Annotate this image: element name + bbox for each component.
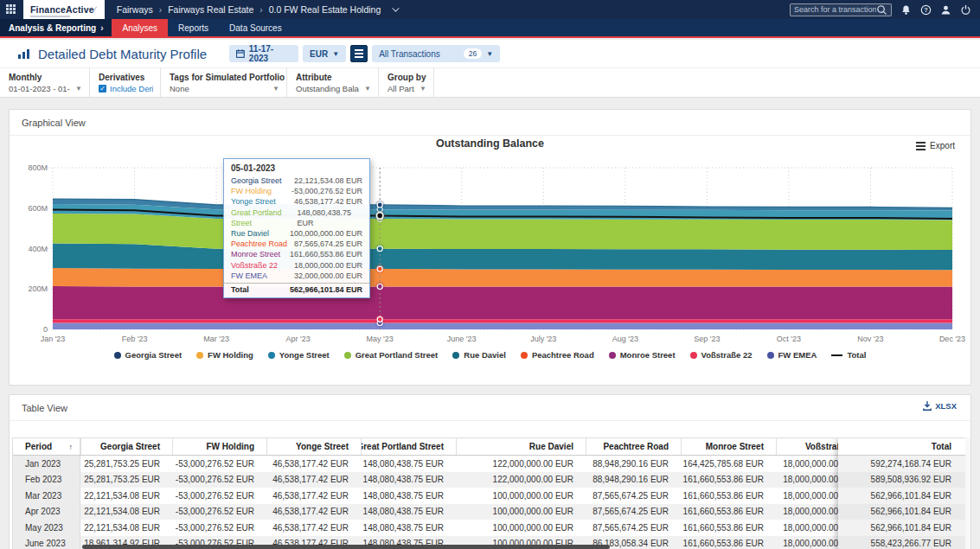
filter-label: Derivatives — [99, 73, 153, 82]
horizontal-scrollbar-thumb[interactable] — [82, 545, 610, 549]
tooltip-series-name: Great Portland Street — [231, 207, 297, 228]
stacked-area-chart: 0200M400M600M800MJan '23Feb '23Mar '23Ap… — [10, 132, 970, 350]
legend-item-voßstraße-22[interactable]: Voßstraße 22 — [690, 350, 753, 360]
nav-section-analysis-reporting[interactable]: Analysis & Reporting› — [0, 19, 112, 36]
date-picker-button[interactable]: 11-17-2023 — [229, 45, 298, 62]
column-header[interactable]: Monroe Street — [681, 438, 776, 455]
legend-item-fw-holding[interactable]: FW Holding — [196, 350, 253, 360]
tooltip-series-value: 32,000,000.00 EUR — [294, 271, 362, 281]
calendar-icon — [236, 49, 245, 58]
table-row[interactable]: Apr 202322,121,534.08 EUR-53,000,276.52 … — [13, 504, 965, 520]
nav-tab-analyses[interactable]: Analyses — [112, 19, 168, 36]
legend-item-great-portland-street[interactable]: Great Portland Street — [344, 350, 439, 360]
legend-item-rue-daviel[interactable]: Rue Daviel — [452, 350, 506, 360]
filter-value-row: All Parties▼ — [388, 84, 426, 93]
tooltip-row: Rue Daviel100,000,000.00 EUR — [224, 228, 369, 239]
tooltip-total-row: Total562,966,101.84 EUR — [224, 283, 369, 294]
legend-dot-icon — [344, 352, 351, 359]
value-cell: 87,565,674.25 EUR — [586, 523, 681, 533]
column-header[interactable]: Rue Daviel — [456, 438, 586, 455]
table-header-row: Period↑Georgia StreetFW HoldingYonge Str… — [13, 438, 965, 456]
tooltip-row: Peachtree Road87,565,674.25 EUR — [224, 239, 369, 249]
table-view-panel: Table View XLSX Period↑Georgia StreetFW … — [9, 394, 971, 549]
filter-label: Monthly — [9, 73, 82, 82]
tooltip-series-value: -53,000,276.52 EUR — [291, 186, 362, 196]
breadcrumb-item[interactable]: 0.0 FW Real Estate Holding — [269, 4, 381, 15]
data-table: Period↑Georgia StreetFW HoldingYonge Str… — [12, 437, 966, 549]
table-row[interactable]: Jan 202325,281,753.25 EUR-53,000,276.52 … — [13, 456, 965, 472]
logout-power-icon[interactable] — [960, 4, 971, 16]
vertical-scrollbar-gutter[interactable] — [964, 437, 970, 549]
filter-attribute[interactable]: AttributeOutstanding Balance▼ — [287, 68, 379, 97]
filter-tags-for-simulated-portfolio[interactable]: Tags for Simulated PortfolioNone▼ — [161, 68, 287, 97]
legend-item-georgia-street[interactable]: Georgia Street — [114, 350, 182, 360]
table-row[interactable]: Feb 202325,281,753.25 EUR-53,000,276.52 … — [13, 472, 965, 488]
column-header-label: Period — [25, 442, 52, 451]
apps-grid-icon[interactable] — [6, 4, 16, 15]
column-header-total[interactable]: Total — [838, 438, 965, 456]
list-icon — [355, 49, 363, 58]
table-row[interactable]: May 202322,121,534.08 EUR-53,000,276.52 … — [13, 520, 965, 536]
value-cell: 46,538,177.42 EUR — [266, 507, 361, 516]
value-cell: 148,080,438.75 EUR — [361, 475, 456, 484]
caret-down-icon: ▼ — [364, 85, 371, 93]
page-title: Detailed Debt Maturity Profile — [38, 47, 207, 61]
nav-tab-data-sources[interactable]: Data Sources — [219, 19, 292, 36]
svg-text:600M: 600M — [28, 204, 48, 213]
column-header-period[interactable]: Period↑ — [13, 438, 80, 455]
legend-item-peachtree-road[interactable]: Peachtree Road — [521, 350, 594, 360]
legend-item-fw-emea[interactable]: FW EMEA — [767, 350, 817, 360]
search-input[interactable] — [794, 5, 876, 14]
graphical-view-panel: Graphical View Outstanding Balance Expor… — [9, 109, 971, 386]
currency-selector[interactable]: EUR▼ — [303, 45, 346, 62]
notifications-bell-icon[interactable] — [900, 4, 912, 16]
checkbox-checked-icon[interactable]: ✓ — [99, 85, 106, 93]
breadcrumb-item[interactable]: Fairways — [117, 4, 153, 15]
column-header[interactable]: Yonge Street — [266, 438, 361, 455]
table-row[interactable]: Mar 202322,121,534.08 EUR-53,000,276.52 … — [13, 488, 965, 504]
filter-derivatives[interactable]: Derivatives✓Include Derivatives — [90, 68, 161, 97]
tooltip-row: Georgia Street22,121,534.08 EUR — [224, 176, 369, 186]
tooltip-series-name: Monroe Street — [231, 249, 280, 259]
nav-tab-reports[interactable]: Reports — [168, 19, 219, 36]
filter-bar: Monthly01-01-2023 - 01-01-2024▼Derivativ… — [0, 67, 980, 98]
period-cell: May 2023 — [13, 520, 80, 536]
help-icon[interactable]: ? — [920, 4, 932, 16]
transactions-filter[interactable]: All Transactions 26 ▼ — [372, 45, 500, 62]
legend-item-yonge-street[interactable]: Yonge Street — [268, 350, 330, 360]
filter-group-by[interactable]: Group byAll Parties▼ — [379, 68, 434, 97]
tooltip-series-name: FW EMEA — [231, 271, 267, 281]
filter-label: Attribute — [296, 73, 371, 82]
period-cell: Mar 2023 — [13, 488, 80, 504]
column-header[interactable]: Great Portland Street — [361, 438, 456, 455]
value-cell: 100,000,000.00 EUR — [456, 507, 586, 516]
tooltip-series-value: 87,565,674.25 EUR — [294, 239, 362, 249]
legend-item-total[interactable]: Total — [831, 350, 866, 360]
filter-value-row: 01-01-2023 - 01-01-2024▼ — [9, 84, 82, 93]
tooltip-series-value: 46,538,177.42 EUR — [294, 196, 362, 207]
filter-value: Outstanding Balance — [296, 84, 359, 93]
value-cell: 161,660,553.86 EUR — [681, 475, 776, 484]
user-icon[interactable] — [940, 4, 951, 16]
search-box[interactable] — [790, 3, 892, 16]
column-header[interactable]: FW Holding — [172, 438, 266, 455]
xlsx-export-button[interactable]: XLSX — [923, 401, 957, 411]
chevron-right-icon: › — [100, 23, 103, 33]
column-header[interactable]: Peachtree Road — [586, 438, 681, 455]
tooltip-row: Monroe Street161,660,553.86 EUR — [224, 249, 369, 259]
legend-item-monroe-street[interactable]: Monroe Street — [609, 350, 676, 360]
value-cell: 87,565,674.25 EUR — [586, 491, 681, 501]
column-header[interactable]: Georgia Street — [80, 438, 172, 455]
transactions-list-button[interactable] — [350, 45, 368, 62]
value-cell: -53,000,276.52 EUR — [172, 491, 266, 501]
value-cell: 88,948,290.16 EUR — [586, 459, 681, 469]
filter-monthly[interactable]: Monthly01-01-2023 - 01-01-2024▼ — [0, 68, 90, 97]
legend-dot-icon — [690, 352, 697, 359]
breadcrumb-item[interactable]: Fairways Real Estate — [168, 4, 253, 15]
sort-ascending-icon: ↑ — [69, 443, 74, 451]
filter-value[interactable]: ✓Include Derivatives — [99, 84, 153, 93]
logo[interactable]: FinanceActive∕ — [23, 0, 105, 19]
top-bar: FinanceActive∕ Fairways›Fairways Real Es… — [0, 0, 980, 19]
value-cell: 100,000,000.00 EUR — [456, 523, 586, 533]
total-value-cell: 562,966,101.84 EUR — [838, 520, 965, 536]
